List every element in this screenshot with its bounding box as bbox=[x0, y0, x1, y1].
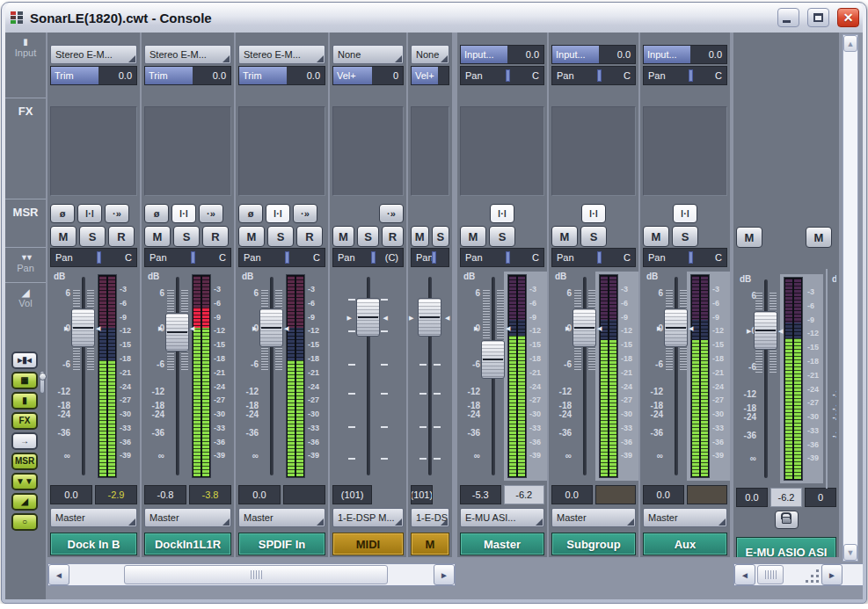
hw-out-readout-2[interactable]: -6.2 bbox=[770, 488, 802, 507]
scroll-up-button[interactable]: ▲ bbox=[843, 35, 857, 52]
aux-fx-bin[interactable] bbox=[643, 106, 727, 196]
meter-options-button[interactable]: ▦ bbox=[11, 372, 38, 389]
aux-input-pan[interactable]: PanC bbox=[643, 66, 727, 85]
scroll-down-button[interactable]: ▼ bbox=[843, 544, 857, 561]
midi-2-output-select[interactable]: 1-E-DS bbox=[411, 508, 449, 527]
dock-in-b-fader-track[interactable] bbox=[82, 277, 85, 475]
midi-2-mute-button[interactable]: M bbox=[411, 226, 429, 247]
outs-horizontal-scrollbar[interactable]: ◄ ► bbox=[733, 563, 863, 586]
master-volume-readout[interactable]: -5.3 bbox=[460, 485, 501, 504]
dock-in-b-fx-bin[interactable] bbox=[50, 106, 137, 196]
aux-solo-button[interactable]: S bbox=[672, 226, 698, 247]
hw-out-1-mute-button[interactable]: M bbox=[736, 227, 762, 248]
midi-1-fx-bin[interactable] bbox=[332, 106, 404, 196]
show-pan-button[interactable]: ▼▼ bbox=[11, 473, 38, 490]
dockin1l1r-mute-button[interactable]: M bbox=[144, 226, 171, 247]
show-vol-button[interactable]: ◢ bbox=[11, 493, 38, 511]
midi-1-mute-button[interactable]: M bbox=[332, 226, 354, 247]
dock-in-b-interleave-button[interactable]: ǀ·ǀ bbox=[77, 204, 102, 223]
dockin1l1r-phase-button[interactable]: ø bbox=[144, 204, 169, 223]
console-vertical-scrollbar[interactable]: ▲ ▼ bbox=[842, 34, 858, 562]
tracks-scroll-left-button[interactable]: ◄ bbox=[48, 564, 69, 585]
dockin1l1r-volume-readout[interactable]: -0.8 bbox=[144, 485, 186, 504]
midi-1-input-select[interactable]: None bbox=[332, 45, 404, 64]
window-resize-grip[interactable] bbox=[803, 567, 821, 584]
dock-in-b-output-select[interactable]: Master bbox=[50, 508, 137, 527]
subgroup-fader-handle[interactable] bbox=[573, 308, 596, 347]
master-fx-bin[interactable] bbox=[460, 106, 544, 196]
outs-scroll-track[interactable] bbox=[755, 564, 821, 585]
dock-in-b-volume-readout[interactable]: 0.0 bbox=[50, 485, 92, 504]
midi-2-input-select[interactable]: None bbox=[411, 45, 449, 64]
dock-in-b-pan[interactable]: PanC bbox=[50, 248, 137, 267]
spdif-in-fader-track[interactable] bbox=[270, 277, 274, 475]
hw-out-1-fader-track[interactable] bbox=[764, 279, 768, 478]
tracks-horizontal-scrollbar[interactable]: ◄ ► bbox=[47, 563, 456, 586]
aux-pan[interactable]: PanC bbox=[643, 248, 727, 267]
subgroup-mute-button[interactable]: M bbox=[551, 226, 578, 247]
dock-in-b-fader-handle[interactable] bbox=[71, 308, 95, 347]
master-fader-handle[interactable] bbox=[481, 340, 505, 379]
subgroup-interleave-button[interactable]: ǀ·ǀ bbox=[581, 204, 606, 223]
dock-in-b-echo-button[interactable]: ·» bbox=[105, 204, 129, 223]
spdif-in-input-select[interactable]: Stereo E-M... bbox=[238, 45, 325, 64]
spdif-in-volume-readout[interactable]: 0.0 bbox=[238, 485, 281, 504]
dockin1l1r-fx-bin[interactable] bbox=[144, 106, 231, 196]
aux-input-gain[interactable]: Input...0.0 bbox=[643, 45, 727, 64]
show-input-button[interactable]: ▮ bbox=[11, 392, 38, 410]
subgroup-name-plate[interactable]: Subgroup bbox=[551, 533, 636, 555]
master-mute-button[interactable]: M bbox=[460, 226, 486, 247]
dock-in-b-mute-button[interactable]: M bbox=[50, 226, 77, 247]
subgroup-fader-track[interactable] bbox=[583, 277, 587, 475]
tracks-scroll-right-button[interactable]: ► bbox=[434, 564, 455, 585]
strip-width-button[interactable]: ▸▮◂ bbox=[11, 352, 38, 369]
hw-out-readout-3[interactable]: 0 bbox=[805, 488, 836, 507]
midi-1-solo-button[interactable]: S bbox=[357, 226, 379, 247]
outs-scroll-left-button[interactable]: ◄ bbox=[734, 564, 755, 585]
aux-fader-handle[interactable] bbox=[664, 308, 688, 347]
dockin1l1r-echo-button[interactable]: ·» bbox=[199, 204, 223, 223]
midi-2-fx-bin[interactable] bbox=[411, 106, 449, 196]
midi-2-name-plate[interactable]: M bbox=[411, 533, 449, 555]
dock-in-b-gain-control[interactable]: Trim0.0 bbox=[50, 66, 137, 85]
tracks-scroll-track[interactable] bbox=[69, 564, 434, 585]
spdif-in-echo-button[interactable]: ·» bbox=[293, 204, 317, 223]
master-solo-button[interactable]: S bbox=[489, 226, 515, 247]
spdif-in-solo-button[interactable]: S bbox=[267, 226, 294, 247]
dockin1l1r-fader-track[interactable] bbox=[176, 277, 179, 475]
dockin1l1r-output-select[interactable]: Master bbox=[144, 508, 231, 527]
hw-out-2-mute-button[interactable]: M bbox=[806, 227, 832, 248]
subgroup-pan[interactable]: PanC bbox=[551, 248, 636, 267]
dockin1l1r-input-select[interactable]: Stereo E-M... bbox=[144, 45, 231, 64]
spdif-in-mute-button[interactable]: M bbox=[238, 226, 265, 247]
show-fx-button[interactable]: FX bbox=[11, 412, 38, 430]
close-button[interactable]: ✕ bbox=[837, 8, 859, 27]
master-name-plate[interactable]: Master bbox=[460, 533, 544, 555]
titlebar[interactable]: SonarLE(1820).cwt - Console ✕ bbox=[5, 3, 863, 33]
master-interleave-button[interactable]: ǀ·ǀ bbox=[490, 204, 514, 223]
hw-out-lock-button[interactable] bbox=[775, 511, 799, 529]
midi-1-pan[interactable]: Pan(C) bbox=[332, 248, 404, 267]
spdif-in-output-select[interactable]: Master bbox=[238, 508, 325, 527]
spdif-in-pan[interactable]: PanC bbox=[238, 248, 325, 267]
aux-name-plate[interactable]: Aux bbox=[643, 533, 727, 555]
master-input-pan[interactable]: PanC bbox=[460, 66, 544, 85]
midi-1-volume-readout[interactable]: (101) bbox=[332, 485, 372, 504]
dockin1l1r-interleave-button[interactable]: ǀ·ǀ bbox=[171, 204, 196, 223]
dock-in-b-record-arm-button[interactable]: R bbox=[108, 226, 135, 247]
dockin1l1r-pan[interactable]: PanC bbox=[144, 248, 231, 267]
spdif-in-record-arm-button[interactable]: R bbox=[296, 226, 323, 247]
subgroup-input-pan[interactable]: PanC bbox=[551, 66, 636, 85]
spdif-in-gain-control[interactable]: Trim0.0 bbox=[238, 66, 325, 85]
dockin1l1r-name-plate[interactable]: DockIn1L1R bbox=[144, 533, 231, 555]
spdif-in-interleave-button[interactable]: ǀ·ǀ bbox=[266, 204, 290, 223]
master-input-gain[interactable]: Input...0.0 bbox=[460, 45, 544, 64]
dock-in-b-phase-button[interactable]: ø bbox=[50, 204, 75, 223]
aux-mute-button[interactable]: M bbox=[643, 226, 669, 247]
dockin1l1r-gain-control[interactable]: Trim0.0 bbox=[144, 66, 231, 85]
midi-2-solo-button[interactable]: S bbox=[432, 226, 450, 247]
dockin1l1r-record-arm-button[interactable]: R bbox=[202, 226, 229, 247]
show-io-button[interactable]: → bbox=[11, 432, 38, 450]
subgroup-output-select[interactable]: Master bbox=[551, 508, 636, 527]
show-offset-button[interactable]: ○ bbox=[11, 513, 38, 531]
